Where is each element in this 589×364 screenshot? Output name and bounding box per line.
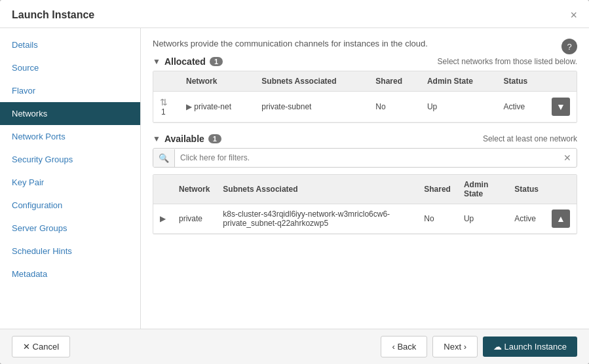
- expand-arrow-icon[interactable]: ▶: [160, 214, 166, 223]
- search-icon: 🔍: [153, 149, 175, 167]
- subnets-cell: private-subnet: [255, 92, 369, 122]
- sidebar-item-metadata[interactable]: Metadata: [0, 263, 140, 285]
- col-network: Network: [180, 71, 255, 92]
- shared-cell: No: [369, 92, 421, 122]
- main-content: Networks provide the communication chann…: [141, 28, 589, 329]
- available-header-row: ▼ Available 1 Select at least one networ…: [153, 134, 577, 144]
- col-subnets-associated: Subnets Associated: [216, 175, 417, 204]
- available-chevron-icon: ▼: [153, 134, 161, 143]
- available-title: ▼ Available 1: [153, 134, 221, 144]
- sort-icon: ⇅: [160, 97, 168, 107]
- col-subnets-associated: Subnets Associated: [255, 71, 369, 92]
- row-number: 1: [161, 107, 166, 117]
- available-table-wrapper: Network Subnets Associated Shared Admin …: [153, 174, 577, 234]
- cancel-button[interactable]: ✕ Cancel: [12, 336, 70, 357]
- remove-network-button[interactable]: ▼: [552, 98, 570, 116]
- description: Networks provide the communication chann…: [153, 39, 428, 48]
- action-cell: ▲: [545, 204, 577, 234]
- add-network-button[interactable]: ▲: [552, 209, 570, 228]
- help-button[interactable]: ?: [561, 39, 577, 54]
- available-section: ▼ Available 1 Select at least one networ…: [153, 134, 577, 234]
- filter-input[interactable]: [175, 149, 558, 166]
- admin-state-cell: Up: [421, 92, 497, 122]
- table-row: ▶ private k8s-cluster-s43rqidl6iyy-netwo…: [153, 204, 577, 234]
- col-admin-state: Admin State: [421, 71, 497, 92]
- sidebar-item-networks[interactable]: Networks: [0, 102, 140, 125]
- footer-right: ‹ Back Next › ☁ Launch Instance: [381, 336, 577, 357]
- col-expand: [153, 175, 172, 204]
- launch-instance-button[interactable]: ☁ Launch Instance: [483, 337, 577, 357]
- filter-row: 🔍 ✕: [153, 148, 577, 168]
- col-action: [545, 175, 577, 204]
- sidebar-item-source[interactable]: Source: [0, 56, 140, 79]
- allocated-hint: Select networks from those listed below.: [438, 57, 577, 66]
- sidebar-item-server-groups[interactable]: Server Groups: [0, 217, 140, 240]
- network-cell: ▶ private-net: [180, 92, 255, 122]
- sort-cell: ⇅ 1: [153, 92, 180, 122]
- col-sort: [153, 71, 180, 92]
- col-shared: Shared: [369, 71, 421, 92]
- allocated-badge: 1: [210, 57, 223, 66]
- expand-arrow-icon[interactable]: ▶: [186, 102, 192, 111]
- sidebar-item-security-groups[interactable]: Security Groups: [0, 148, 140, 171]
- col-action: [545, 71, 577, 92]
- network-cell: private: [172, 204, 216, 234]
- back-button[interactable]: ‹ Back: [381, 336, 427, 357]
- sidebar: Details Source Flavor Networks Network P…: [0, 28, 141, 329]
- sidebar-item-flavor[interactable]: Flavor: [0, 79, 140, 102]
- allocated-table: Network Subnets Associated Shared Admin …: [153, 71, 577, 122]
- col-shared: Shared: [417, 175, 457, 204]
- allocated-header-row: ▼ Allocated 1 Select networks from those…: [153, 56, 577, 67]
- allocated-chevron-icon: ▼: [153, 57, 161, 66]
- subnets-cell: k8s-cluster-s43rqidl6iyy-network-w3mricl…: [216, 204, 417, 234]
- col-admin-state: Admin State: [457, 175, 508, 204]
- action-cell: ▼: [545, 92, 577, 122]
- allocated-section: ▼ Allocated 1 Select networks from those…: [153, 56, 577, 123]
- allocated-table-wrapper: Network Subnets Associated Shared Admin …: [153, 71, 577, 123]
- sidebar-item-configuration[interactable]: Configuration: [0, 194, 140, 217]
- col-status: Status: [497, 71, 545, 92]
- status-cell: Active: [508, 204, 545, 234]
- sidebar-item-scheduler-hints[interactable]: Scheduler Hints: [0, 240, 140, 263]
- allocated-title: ▼ Allocated 1: [153, 56, 223, 67]
- filter-clear-icon[interactable]: ✕: [558, 149, 577, 167]
- col-status: Status: [508, 175, 545, 204]
- available-badge: 1: [208, 134, 221, 143]
- close-button[interactable]: ×: [570, 9, 577, 21]
- modal-title: Launch Instance: [12, 9, 94, 21]
- modal-footer: ✕ Cancel ‹ Back Next › ☁ Launch Instance: [0, 329, 589, 364]
- sidebar-item-key-pair[interactable]: Key Pair: [0, 171, 140, 194]
- sidebar-item-details[interactable]: Details: [0, 33, 140, 56]
- sidebar-item-network-ports[interactable]: Network Ports: [0, 125, 140, 148]
- available-table: Network Subnets Associated Shared Admin …: [153, 175, 577, 234]
- next-button[interactable]: Next ›: [432, 336, 478, 357]
- shared-cell: No: [417, 204, 457, 234]
- available-hint: Select at least one network: [483, 134, 577, 143]
- launch-instance-modal: Launch Instance × Details Source Flavor …: [0, 0, 589, 364]
- modal-body: Details Source Flavor Networks Network P…: [0, 28, 589, 329]
- modal-header: Launch Instance ×: [0, 0, 589, 28]
- admin-state-cell: Up: [457, 204, 508, 234]
- status-cell: Active: [497, 92, 545, 122]
- table-row: ⇅ 1 ▶ private-net private-subnet No Up: [153, 92, 577, 122]
- col-network: Network: [172, 175, 216, 204]
- expand-cell: ▶: [153, 204, 172, 234]
